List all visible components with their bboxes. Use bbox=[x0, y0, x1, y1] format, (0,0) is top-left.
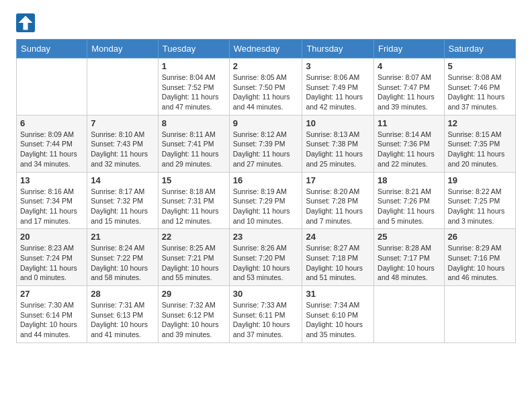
day-number: 5 bbox=[448, 61, 512, 71]
logo-icon bbox=[16, 13, 35, 32]
day-number: 3 bbox=[306, 61, 370, 71]
day-info: Sunrise: 8:04 AM Sunset: 7:52 PM Dayligh… bbox=[162, 73, 226, 112]
day-info: Sunrise: 8:05 AM Sunset: 7:50 PM Dayligh… bbox=[233, 73, 299, 112]
day-info: Sunrise: 7:33 AM Sunset: 6:11 PM Dayligh… bbox=[233, 300, 299, 340]
calendar-cell: 8Sunrise: 8:11 AM Sunset: 7:41 PM Daylig… bbox=[158, 115, 229, 172]
calendar-cell: 30Sunrise: 7:33 AM Sunset: 6:11 PM Dayli… bbox=[229, 286, 302, 343]
day-info: Sunrise: 7:30 AM Sunset: 6:14 PM Dayligh… bbox=[20, 300, 83, 340]
calendar-cell: 12Sunrise: 8:15 AM Sunset: 7:35 PM Dayli… bbox=[444, 115, 515, 172]
day-info: Sunrise: 7:31 AM Sunset: 6:13 PM Dayligh… bbox=[91, 300, 154, 340]
calendar-cell: 25Sunrise: 8:28 AM Sunset: 7:17 PM Dayli… bbox=[374, 229, 445, 286]
day-of-week-header: Friday bbox=[374, 40, 445, 58]
day-info: Sunrise: 8:12 AM Sunset: 7:39 PM Dayligh… bbox=[233, 130, 299, 169]
calendar-week-row: 13Sunrise: 8:16 AM Sunset: 7:34 PM Dayli… bbox=[17, 172, 516, 229]
calendar-cell: 7Sunrise: 8:10 AM Sunset: 7:43 PM Daylig… bbox=[87, 115, 159, 172]
calendar-cell: 18Sunrise: 8:21 AM Sunset: 7:26 PM Dayli… bbox=[374, 172, 445, 229]
calendar-cell: 6Sunrise: 8:09 AM Sunset: 7:44 PM Daylig… bbox=[17, 115, 87, 172]
day-info: Sunrise: 7:32 AM Sunset: 6:12 PM Dayligh… bbox=[162, 300, 226, 340]
day-number: 13 bbox=[20, 175, 83, 185]
day-number: 16 bbox=[233, 175, 299, 185]
day-info: Sunrise: 8:11 AM Sunset: 7:41 PM Dayligh… bbox=[162, 130, 226, 169]
day-number: 14 bbox=[91, 175, 154, 185]
day-of-week-header: Wednesday bbox=[229, 40, 302, 58]
day-of-week-header: Sunday bbox=[17, 40, 87, 58]
page: SundayMondayTuesdayWednesdayThursdayFrid… bbox=[0, 0, 532, 357]
day-number: 2 bbox=[233, 61, 299, 71]
day-number: 24 bbox=[306, 232, 370, 242]
calendar-cell bbox=[87, 58, 159, 116]
day-number: 23 bbox=[233, 232, 299, 242]
calendar-cell: 9Sunrise: 8:12 AM Sunset: 7:39 PM Daylig… bbox=[229, 115, 302, 172]
calendar-cell: 24Sunrise: 8:27 AM Sunset: 7:18 PM Dayli… bbox=[302, 229, 374, 286]
calendar-cell: 10Sunrise: 8:13 AM Sunset: 7:38 PM Dayli… bbox=[302, 115, 374, 172]
day-info: Sunrise: 8:22 AM Sunset: 7:25 PM Dayligh… bbox=[448, 187, 512, 226]
day-info: Sunrise: 8:24 AM Sunset: 7:22 PM Dayligh… bbox=[91, 243, 154, 283]
calendar-cell: 27Sunrise: 7:30 AM Sunset: 6:14 PM Dayli… bbox=[17, 286, 87, 343]
day-info: Sunrise: 8:20 AM Sunset: 7:28 PM Dayligh… bbox=[306, 187, 370, 226]
day-number: 1 bbox=[162, 61, 226, 71]
day-info: Sunrise: 7:34 AM Sunset: 6:10 PM Dayligh… bbox=[306, 300, 370, 340]
calendar-table: SundayMondayTuesdayWednesdayThursdayFrid… bbox=[16, 39, 516, 343]
day-info: Sunrise: 8:17 AM Sunset: 7:32 PM Dayligh… bbox=[91, 187, 154, 226]
calendar-cell: 31Sunrise: 7:34 AM Sunset: 6:10 PM Dayli… bbox=[302, 286, 374, 343]
day-info: Sunrise: 8:13 AM Sunset: 7:38 PM Dayligh… bbox=[306, 130, 370, 169]
day-info: Sunrise: 8:19 AM Sunset: 7:29 PM Dayligh… bbox=[233, 187, 299, 226]
calendar-week-row: 6Sunrise: 8:09 AM Sunset: 7:44 PM Daylig… bbox=[17, 115, 516, 172]
day-of-week-header: Saturday bbox=[444, 40, 515, 58]
day-number: 8 bbox=[162, 118, 226, 128]
header bbox=[16, 13, 516, 32]
calendar-cell: 20Sunrise: 8:23 AM Sunset: 7:24 PM Dayli… bbox=[17, 229, 87, 286]
day-number: 10 bbox=[306, 118, 370, 128]
calendar-cell: 11Sunrise: 8:14 AM Sunset: 7:36 PM Dayli… bbox=[374, 115, 445, 172]
day-info: Sunrise: 8:18 AM Sunset: 7:31 PM Dayligh… bbox=[162, 187, 226, 226]
day-number: 12 bbox=[448, 118, 512, 128]
day-info: Sunrise: 8:16 AM Sunset: 7:34 PM Dayligh… bbox=[20, 187, 83, 226]
day-info: Sunrise: 8:26 AM Sunset: 7:20 PM Dayligh… bbox=[233, 243, 299, 283]
calendar-week-row: 27Sunrise: 7:30 AM Sunset: 6:14 PM Dayli… bbox=[17, 286, 516, 343]
calendar-cell: 2Sunrise: 8:05 AM Sunset: 7:50 PM Daylig… bbox=[229, 58, 302, 116]
calendar-cell: 16Sunrise: 8:19 AM Sunset: 7:29 PM Dayli… bbox=[229, 172, 302, 229]
day-number: 19 bbox=[448, 175, 512, 185]
calendar-cell: 14Sunrise: 8:17 AM Sunset: 7:32 PM Dayli… bbox=[87, 172, 159, 229]
day-number: 26 bbox=[448, 232, 512, 242]
day-info: Sunrise: 8:21 AM Sunset: 7:26 PM Dayligh… bbox=[378, 187, 441, 226]
day-info: Sunrise: 8:23 AM Sunset: 7:24 PM Dayligh… bbox=[20, 243, 83, 283]
day-number: 15 bbox=[162, 175, 226, 185]
day-info: Sunrise: 8:14 AM Sunset: 7:36 PM Dayligh… bbox=[378, 130, 441, 169]
day-info: Sunrise: 8:09 AM Sunset: 7:44 PM Dayligh… bbox=[20, 130, 83, 169]
day-of-week-header: Thursday bbox=[302, 40, 374, 58]
day-number: 31 bbox=[306, 289, 370, 299]
calendar-week-row: 20Sunrise: 8:23 AM Sunset: 7:24 PM Dayli… bbox=[17, 229, 516, 286]
calendar-header-row: SundayMondayTuesdayWednesdayThursdayFrid… bbox=[17, 40, 516, 58]
day-number: 29 bbox=[162, 289, 226, 299]
day-number: 18 bbox=[378, 175, 441, 185]
calendar-cell bbox=[444, 286, 515, 343]
day-info: Sunrise: 8:25 AM Sunset: 7:21 PM Dayligh… bbox=[162, 243, 226, 283]
day-number: 30 bbox=[233, 289, 299, 299]
calendar-cell: 1Sunrise: 8:04 AM Sunset: 7:52 PM Daylig… bbox=[158, 58, 229, 116]
calendar-week-row: 1Sunrise: 8:04 AM Sunset: 7:52 PM Daylig… bbox=[17, 58, 516, 116]
day-number: 25 bbox=[378, 232, 441, 242]
day-info: Sunrise: 8:15 AM Sunset: 7:35 PM Dayligh… bbox=[448, 130, 512, 169]
day-info: Sunrise: 8:27 AM Sunset: 7:18 PM Dayligh… bbox=[306, 243, 370, 283]
day-number: 22 bbox=[162, 232, 226, 242]
calendar-cell: 17Sunrise: 8:20 AM Sunset: 7:28 PM Dayli… bbox=[302, 172, 374, 229]
calendar-cell: 28Sunrise: 7:31 AM Sunset: 6:13 PM Dayli… bbox=[87, 286, 159, 343]
calendar-cell: 23Sunrise: 8:26 AM Sunset: 7:20 PM Dayli… bbox=[229, 229, 302, 286]
day-number: 27 bbox=[20, 289, 83, 299]
day-info: Sunrise: 8:06 AM Sunset: 7:49 PM Dayligh… bbox=[306, 73, 370, 112]
calendar-cell: 19Sunrise: 8:22 AM Sunset: 7:25 PM Dayli… bbox=[444, 172, 515, 229]
calendar-cell bbox=[17, 58, 87, 116]
day-number: 28 bbox=[91, 289, 154, 299]
calendar-cell: 15Sunrise: 8:18 AM Sunset: 7:31 PM Dayli… bbox=[158, 172, 229, 229]
day-number: 20 bbox=[20, 232, 83, 242]
calendar-cell: 4Sunrise: 8:07 AM Sunset: 7:47 PM Daylig… bbox=[374, 58, 445, 116]
day-info: Sunrise: 8:29 AM Sunset: 7:16 PM Dayligh… bbox=[448, 243, 512, 283]
day-info: Sunrise: 8:08 AM Sunset: 7:46 PM Dayligh… bbox=[448, 73, 512, 112]
day-info: Sunrise: 8:28 AM Sunset: 7:17 PM Dayligh… bbox=[378, 243, 441, 283]
calendar-cell: 26Sunrise: 8:29 AM Sunset: 7:16 PM Dayli… bbox=[444, 229, 515, 286]
day-number: 17 bbox=[306, 175, 370, 185]
calendar-cell bbox=[374, 286, 445, 343]
day-number: 4 bbox=[378, 61, 441, 71]
day-number: 11 bbox=[378, 118, 441, 128]
